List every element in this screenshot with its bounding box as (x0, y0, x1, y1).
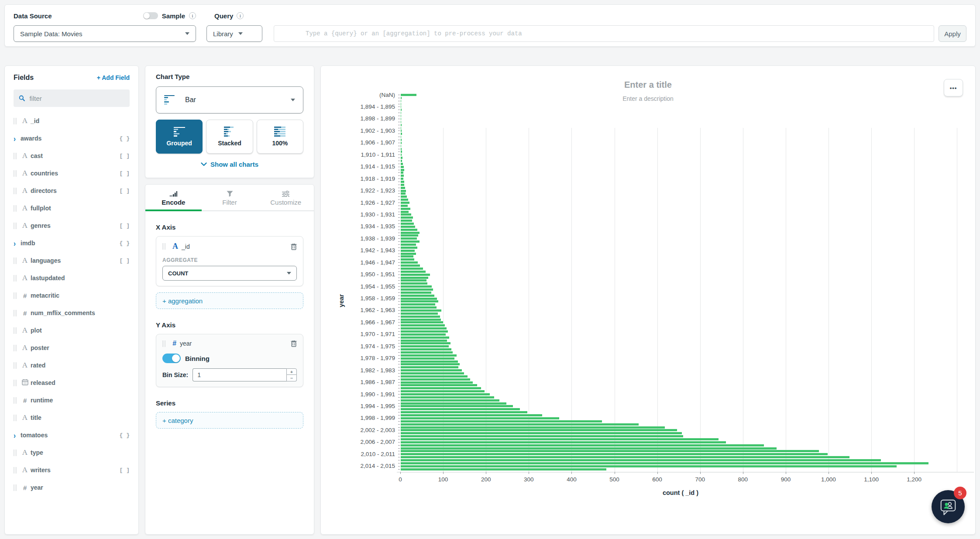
bin-size-decrement-button[interactable]: − (286, 375, 297, 381)
drag-handle-icon[interactable] (14, 170, 17, 177)
field-row-poster[interactable]: Aposter (14, 339, 130, 357)
drag-handle-icon[interactable] (14, 484, 17, 491)
y-tick (398, 137, 400, 137)
caret-down-icon (287, 272, 291, 275)
field-filter-box[interactable] (14, 89, 130, 107)
field-row-directors[interactable]: Adirectors[ ] (14, 182, 130, 199)
string-type-icon: A (20, 466, 30, 474)
drag-handle-icon[interactable] (14, 223, 17, 229)
field-row-rated[interactable]: Arated (14, 357, 130, 374)
drag-handle-icon[interactable] (14, 205, 17, 212)
field-name: runtime (31, 397, 53, 404)
variant-grouped-button[interactable]: Grouped (156, 120, 203, 154)
field-row-awards[interactable]: ›awards{ } (14, 130, 130, 147)
gridline (871, 128, 872, 472)
drag-handle-icon[interactable] (14, 310, 17, 316)
variant-stacked-button[interactable]: Stacked (206, 120, 253, 154)
drag-handle-icon[interactable] (14, 153, 17, 159)
drag-handle-icon[interactable] (162, 243, 165, 250)
bin-size-increment-button[interactable]: + (286, 368, 297, 375)
drag-handle-icon[interactable] (14, 118, 17, 124)
sample-toggle[interactable] (143, 12, 158, 19)
y-tick (398, 113, 400, 113)
apply-button[interactable]: Apply (939, 25, 966, 42)
binning-toggle[interactable] (162, 354, 181, 363)
chevron-right-icon[interactable]: › (14, 134, 16, 143)
drag-handle-icon[interactable] (14, 415, 17, 421)
drag-handle-icon[interactable] (14, 467, 17, 474)
field-row-plot[interactable]: Aplot (14, 322, 130, 339)
field-row-title[interactable]: Atitle (14, 409, 130, 426)
query-info-icon[interactable]: i (237, 12, 244, 19)
drag-handle-icon[interactable] (14, 397, 17, 404)
add-aggregation-button[interactable]: + aggregation (156, 292, 303, 309)
field-row-metacritic[interactable]: #metacritic (14, 287, 130, 304)
field-row-num_mflix_comments[interactable]: #num_mflix_comments (14, 304, 130, 322)
field-type-badge: { } (120, 135, 130, 142)
field-row-type[interactable]: Atype (14, 444, 130, 461)
drag-handle-icon[interactable] (14, 450, 17, 456)
bar-1896 (401, 112, 401, 114)
chevron-right-icon[interactable]: › (14, 431, 16, 439)
bar-1924 (401, 196, 407, 198)
field-row-imdb[interactable]: ›imdb{ } (14, 234, 130, 252)
library-select[interactable]: Library (206, 25, 262, 42)
y-tick-label: 1,962 - 1,963 (325, 307, 395, 313)
variant-100pct-button[interactable]: 100% (257, 120, 303, 154)
drag-handle-icon[interactable] (14, 257, 17, 264)
bar-1957 (401, 295, 434, 297)
drag-handle-icon[interactable] (14, 327, 17, 334)
x-axis-line (397, 472, 974, 473)
data-source-select[interactable]: Sample Data: Movies (14, 25, 196, 42)
query-input[interactable] (274, 25, 934, 42)
field-row-countries[interactable]: Acountries[ ] (14, 165, 130, 182)
bar-1960 (401, 303, 435, 306)
drag-handle-icon[interactable] (14, 362, 17, 369)
field-row-runtime[interactable]: #runtime (14, 391, 130, 409)
builder-tabs: Encode Filter (145, 185, 314, 211)
trash-icon[interactable] (291, 243, 297, 250)
field-row-year[interactable]: #year (14, 479, 130, 496)
y-tick-label: 2,002 - 2,003 (325, 427, 395, 433)
x-tick (529, 472, 529, 474)
drag-handle-icon[interactable] (14, 275, 17, 282)
tab-customize[interactable]: Customize (258, 191, 314, 210)
bin-size-input[interactable] (193, 368, 286, 381)
chart-type-select[interactable]: Bar (156, 86, 303, 113)
field-row-genres[interactable]: Agenres[ ] (14, 217, 130, 234)
field-row-lastupdated[interactable]: Alastupdated (14, 269, 130, 287)
drag-handle-icon[interactable] (14, 345, 17, 351)
chart-title-placeholder[interactable]: Enter a title (321, 80, 975, 90)
bar-1907 (401, 145, 401, 147)
drag-handle-icon[interactable] (14, 380, 17, 386)
add-category-button[interactable]: + category (156, 412, 303, 429)
chevron-right-icon[interactable]: › (14, 239, 16, 247)
y-tick (398, 448, 400, 449)
add-field-button[interactable]: + Add Field (97, 74, 130, 81)
show-all-charts-link[interactable]: Show all charts (156, 161, 303, 168)
field-type-badge: [ ] (120, 223, 130, 229)
tab-encode[interactable]: Encode (145, 191, 202, 210)
y-tick (398, 373, 400, 374)
bar-1899 (401, 121, 401, 123)
field-row-fullplot[interactable]: Afullplot (14, 199, 130, 217)
bar-1967 (401, 324, 445, 326)
chat-button[interactable]: 5 (932, 490, 965, 523)
field-row-writers[interactable]: Awriters[ ] (14, 461, 130, 479)
sample-info-icon[interactable]: i (189, 12, 196, 19)
y-tick (398, 182, 400, 182)
field-row-cast[interactable]: Acast[ ] (14, 147, 130, 165)
field-row-_id[interactable]: A_id (14, 112, 130, 130)
bar-1981 (401, 366, 458, 368)
drag-handle-icon[interactable] (162, 340, 165, 347)
field-row-tomatoes[interactable]: ›tomatoes{ } (14, 426, 130, 444)
trash-icon[interactable] (291, 340, 297, 347)
drag-handle-icon[interactable] (14, 188, 17, 194)
drag-handle-icon[interactable] (14, 292, 17, 299)
field-row-released[interactable]: released (14, 374, 130, 391)
topbar: Data Source Sample i Query i Sample Data… (4, 4, 976, 47)
field-row-languages[interactable]: Alanguages[ ] (14, 252, 130, 269)
field-filter-input[interactable] (29, 95, 124, 102)
aggregate-select[interactable]: COUNT (162, 266, 297, 281)
tab-filter[interactable]: Filter (202, 191, 258, 210)
